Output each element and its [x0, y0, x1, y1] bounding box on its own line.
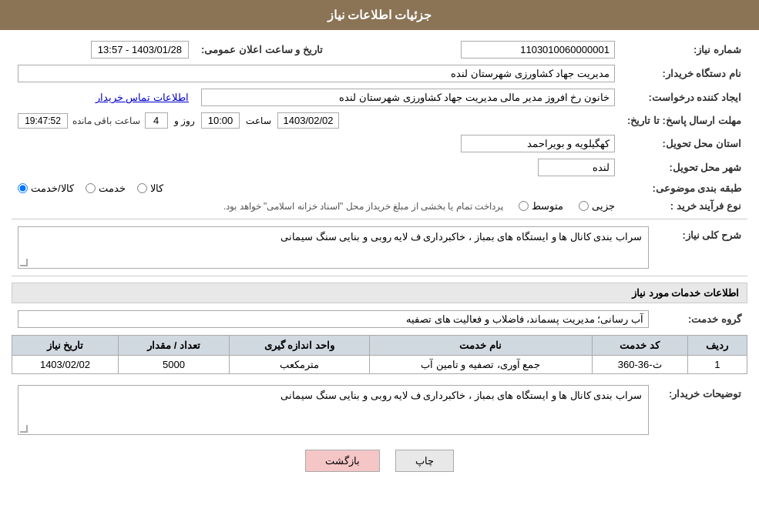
general-desc-label: شرح کلی نیاز: [655, 223, 747, 272]
deadline-timer: 19:47:52 ساعت باقی مانده 4 روز و 10:00 س… [18, 112, 615, 129]
city-value: لنده [12, 156, 621, 179]
services-table-body: 1ث-36-360جمع آوری، تصفیه و تامین آبمترمک… [12, 356, 747, 374]
province-value: کهگیلویه و بویراحمد [12, 132, 621, 156]
purchase-type-label-jozi: جزیی [592, 200, 615, 212]
category-label: طبقه بندی موضوعی: [621, 179, 747, 197]
row-category: طبقه بندی موضوعی: کالا/خدمت خدمت کالا [12, 179, 747, 197]
page-wrapper: جزئیات اطلاعات نیاز شماره نیاز: 11030100… [0, 0, 759, 532]
days-display: 4 [145, 112, 168, 129]
requester-display: خانون رخ افروز مدیر مالی مدیریت جهاد کشا… [201, 89, 615, 106]
buyer-desc-table: توضیحات خریدار: سراب بندی کانال ها و ایس… [12, 382, 747, 438]
buyer-org-display: مدیریت جهاد کشاورزی شهرستان لنده [18, 65, 615, 82]
category-option-label-khedmat: خدمت [99, 182, 126, 194]
purchase-type-label-motevaset: متوسط [532, 200, 563, 212]
resize-handle-2 [20, 425, 28, 433]
col-row-num: ردیف [687, 336, 747, 356]
services-table-header: ردیف کد خدمت نام خدمت واحد اندازه گیری ت… [12, 336, 747, 356]
back-button[interactable]: بازگشت [305, 450, 380, 472]
row-city: شهر محل تحویل: لنده [12, 156, 747, 179]
category-radio-group: کالا/خدمت خدمت کالا [18, 182, 615, 194]
date-display: 1403/02/02 [277, 112, 339, 129]
time-label: ساعت [246, 115, 271, 126]
table-cell-date: 1403/02/02 [12, 356, 119, 374]
row-buyer-org: نام دستگاه خریدار: مدیریت جهاد کشاورزی ش… [12, 62, 747, 85]
province-label: استان محل تحویل: [621, 132, 747, 156]
purchase-type-jozi[interactable]: جزیی [579, 200, 615, 212]
resize-handle [20, 259, 28, 266]
row-deadline: مهلت ارسال پاسخ: تا تاریخ: 19:47:52 ساعت… [12, 109, 747, 132]
purchase-note: پرداخت تمام یا بخشی از مبلغ خریداز محل "… [223, 201, 503, 212]
requester-label: ایجاد کننده درخواست: [621, 85, 747, 109]
category-option-kala-khedmat[interactable]: کالا/خدمت [18, 182, 74, 194]
col-code: کد خدمت [592, 336, 687, 356]
category-option-label-kala-khedmat: کالا/خدمت [31, 182, 74, 194]
need-number-label: شماره نیاز: [621, 38, 747, 62]
table-cell-row: 1 [687, 356, 747, 374]
deadline-label: مهلت ارسال پاسخ: تا تاریخ: [621, 109, 747, 132]
province-display: کهگیلویه و بویراحمد [461, 135, 615, 152]
button-row: چاپ بازگشت [12, 450, 747, 472]
category-option-label-kala: کالا [150, 182, 163, 194]
buyer-org-value: مدیریت جهاد کشاورزی شهرستان لنده [12, 62, 621, 85]
col-quantity: تعداد / مقدار [118, 336, 229, 356]
city-display: لنده [538, 159, 615, 176]
page-header: جزئیات اطلاعات نیاز [0, 0, 759, 30]
need-number-value: 1103010060000001 [344, 38, 621, 62]
general-desc-display: سراب بندی کانال ها و ایستگاه های بمباز ،… [18, 226, 649, 269]
row-service-group: گروه خدمت: آب رسانی؛ مدیریت پسماند، فاضل… [12, 307, 747, 331]
purchase-radio-motevaset[interactable] [519, 201, 529, 211]
category-option-khedmat[interactable]: خدمت [86, 182, 126, 194]
table-cell-name: جمع آوری، تصفیه و تامین آب [369, 356, 592, 374]
category-radio-kala-khedmat[interactable] [18, 183, 28, 193]
services-table: ردیف کد خدمت نام خدمت واحد اندازه گیری ت… [12, 335, 747, 374]
row-buyer-desc: توضیحات خریدار: سراب بندی کانال ها و ایس… [12, 382, 747, 438]
purchase-type-section: جزیی متوسط پرداخت تمام یا بخشی از مبلغ خ… [18, 200, 615, 212]
info-table: شماره نیاز: 1103010060000001 تاریخ و ساع… [12, 38, 747, 215]
general-desc-table: شرح کلی نیاز: سراب بندی کانال ها و ایستگ… [12, 223, 747, 272]
main-content: شماره نیاز: 1103010060000001 تاریخ و ساع… [0, 30, 759, 491]
general-desc-text: سراب بندی کانال ها و ایستگاه های بمباز ،… [280, 231, 642, 243]
print-button[interactable]: چاپ [395, 450, 454, 472]
table-cell-code: ث-36-360 [592, 356, 687, 374]
table-cell-quantity: 5000 [118, 356, 229, 374]
divider-2 [12, 276, 747, 276]
col-unit: واحد اندازه گیری [230, 336, 370, 356]
remaining-label: ساعت باقی مانده [72, 115, 140, 126]
city-label: شهر محل تحویل: [621, 156, 747, 179]
service-group-label: گروه خدمت: [655, 307, 747, 331]
service-group-value: آب رسانی؛ مدیریت پسماند، فاضلاب و فعالیت… [12, 307, 655, 331]
contact-link[interactable]: اطلاعات تماس خریدار [96, 92, 189, 103]
buyer-desc-display: سراب بندی کانال ها و ایستگاه های بمباز ،… [18, 385, 649, 435]
table-row: 1ث-36-360جمع آوری، تصفیه و تامین آبمترمک… [12, 356, 747, 374]
col-date: تاریخ نیاز [12, 336, 119, 356]
col-name: نام خدمت [369, 336, 592, 356]
service-info-title: اطلاعات خدمات مورد نیاز [12, 283, 747, 303]
announce-label: تاریخ و ساعت اعلان عمومی: [195, 38, 329, 62]
row-general-desc: شرح کلی نیاز: سراب بندی کانال ها و ایستگ… [12, 223, 747, 272]
time-display: 10:00 [201, 112, 240, 129]
service-group-display: آب رسانی؛ مدیریت پسماند، فاضلاب و فعالیت… [18, 310, 649, 328]
buyer-desc-label: توضیحات خریدار: [655, 382, 747, 438]
need-number-display: 1103010060000001 [461, 41, 615, 59]
row-requester: ایجاد کننده درخواست: خانون رخ افروز مدیر… [12, 85, 747, 109]
purchase-type-motevaset[interactable]: متوسط [519, 200, 563, 212]
announce-display: 1403/01/28 - 13:57 [91, 41, 189, 59]
row-province: استان محل تحویل: کهگیلویه و بویراحمد [12, 132, 747, 156]
category-option-kala[interactable]: کالا [137, 182, 163, 194]
category-radio-kala[interactable] [137, 183, 147, 193]
service-group-table: گروه خدمت: آب رسانی؛ مدیریت پسماند، فاضل… [12, 307, 747, 331]
requester-value: خانون رخ افروز مدیر مالی مدیریت جهاد کشا… [195, 85, 621, 109]
purchase-type-label: نوع فرآیند خرید : [621, 197, 747, 215]
row-purchase-type: نوع فرآیند خرید : جزیی متوسط پرداخت تمام… [12, 197, 747, 215]
page-title: جزئیات اطلاعات نیاز [327, 8, 432, 22]
category-radio-khedmat[interactable] [86, 183, 96, 193]
row-need-number: شماره نیاز: 1103010060000001 تاریخ و ساع… [12, 38, 747, 62]
countdown-display: 19:47:52 [18, 113, 68, 129]
services-header-row: ردیف کد خدمت نام خدمت واحد اندازه گیری ت… [12, 336, 747, 356]
days-label: روز و [174, 115, 195, 126]
buyer-desc-text: سراب بندی کانال ها و ایستگاه های بمباز ،… [280, 390, 642, 401]
purchase-radio-jozi[interactable] [579, 201, 589, 211]
buyer-org-label: نام دستگاه خریدار: [621, 62, 747, 85]
announce-value: 1403/01/28 - 13:57 [12, 38, 195, 62]
table-cell-unit: مترمکعب [230, 356, 370, 374]
